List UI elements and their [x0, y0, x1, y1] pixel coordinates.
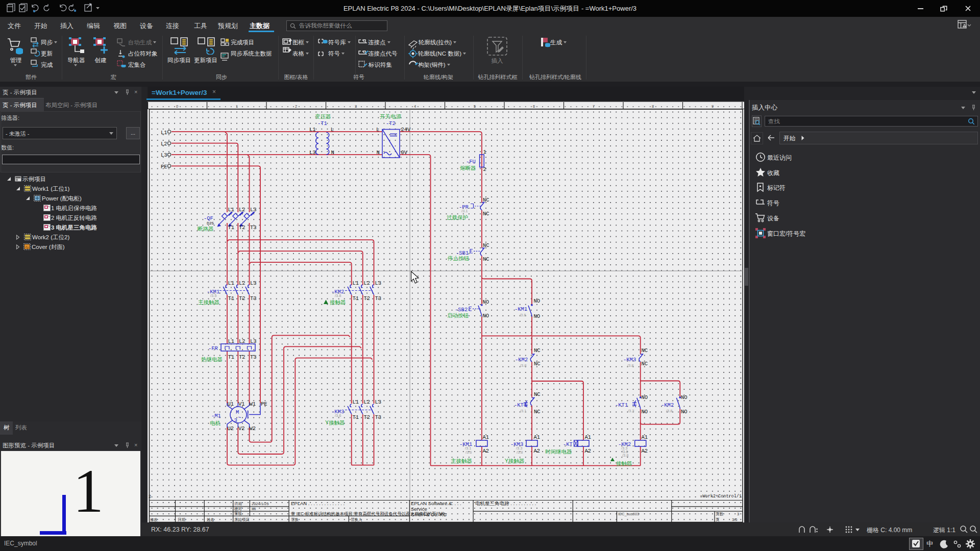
svg-text:NC: NC	[642, 347, 648, 354]
svg-text:NC: NC	[534, 347, 541, 354]
svg-text:NO: NO	[534, 298, 541, 304]
svg-text:A2: A2	[585, 448, 592, 454]
svg-text:电机星三角电路 . . . . . . .: 电机星三角电路 . . . . . . . . . .	[475, 500, 536, 506]
svg-text:原始项目: 原始项目	[234, 517, 250, 522]
svg-text:A2: A2	[534, 448, 541, 454]
svg-text:PE: PE	[261, 401, 267, 407]
svg-text:NO: NO	[483, 313, 489, 319]
svg-text:2024/1/25: 2024/1/25	[252, 502, 268, 506]
svg-text:T2: T2	[364, 295, 371, 302]
svg-text:/3.8: /3.8	[666, 409, 673, 413]
svg-text:开关电源: 开关电源	[380, 113, 402, 119]
svg-text:A1: A1	[483, 434, 489, 440]
svg-text:NC: NC	[483, 256, 489, 262]
svg-text:NO: NO	[681, 394, 688, 400]
svg-text:-KM3: -KM3	[623, 357, 636, 363]
svg-text:~: ~	[238, 415, 241, 421]
svg-text:L3: L3	[375, 399, 382, 405]
svg-text:D25: D25	[207, 221, 214, 226]
svg-text:接触器: 接触器	[330, 299, 346, 305]
svg-text:姓名: 姓名	[207, 517, 214, 522]
svg-text:-KM2: -KM2	[515, 357, 528, 363]
svg-text:3: 3	[234, 417, 237, 423]
svg-text:校对: 校对	[234, 507, 242, 511]
svg-text:T3: T3	[375, 295, 382, 302]
svg-text:Y接触器: Y接触器	[325, 419, 345, 425]
svg-text:-FU: -FU	[466, 159, 476, 165]
svg-text:EPLAN Software.&. . . .: EPLAN Software.&. . . .	[411, 500, 461, 506]
svg-text:热继电器: 热继电器	[201, 356, 223, 362]
svg-text:7: 7	[593, 104, 595, 109]
svg-text:-FR: -FR	[208, 345, 218, 352]
svg-text:Y接触器: Y接触器	[505, 458, 525, 464]
svg-text:V1: V1	[238, 401, 245, 407]
svg-text:A1: A1	[534, 434, 541, 440]
svg-text:/3.8: /3.8	[520, 363, 527, 368]
svg-text:8: 8	[652, 104, 654, 109]
svg-text:NO: NO	[681, 409, 688, 415]
svg-text:L3: L3	[309, 149, 316, 156]
svg-text:T3: T3	[375, 414, 382, 420]
svg-text:T3: T3	[250, 224, 257, 231]
svg-text:-T2: -T2	[386, 120, 396, 127]
svg-text:L3: L3	[250, 207, 257, 213]
svg-text:变压器: 变压器	[315, 113, 331, 119]
svg-text:L2: L2	[364, 280, 371, 286]
svg-text:L: L	[331, 127, 334, 133]
svg-text:L2: L2	[364, 399, 371, 405]
svg-text:T2: T2	[239, 295, 246, 302]
svg-text:U2: U2	[228, 425, 234, 432]
svg-text:时间继电器: 时间继电器	[545, 448, 572, 455]
svg-text:NC: NC	[483, 242, 489, 248]
svg-text:V2: V2	[238, 425, 245, 432]
svg-text:A1: A1	[585, 434, 592, 440]
svg-text:2: 2	[149, 494, 151, 499]
svg-text:-QF: -QF	[204, 215, 213, 221]
svg-text:-M1: -M1	[211, 413, 221, 419]
svg-text:页数: 页数	[716, 512, 724, 516]
svg-text:T3: T3	[250, 354, 257, 360]
svg-text:断路器: 断路器	[198, 226, 214, 232]
svg-text:L2: L2	[161, 141, 167, 147]
svg-text:NC: NC	[534, 361, 541, 367]
svg-text:审核: 审核	[234, 511, 242, 516]
svg-text:MI: MI	[252, 507, 256, 511]
svg-text:T1: T1	[353, 414, 359, 420]
svg-text:GmbH & Co. KG: GmbH & Co. KG	[411, 512, 447, 517]
svg-text:NC: NC	[483, 211, 489, 217]
svg-text:A2: A2	[642, 448, 648, 454]
svg-text:A1: A1	[642, 434, 648, 440]
svg-text:T1: T1	[228, 354, 235, 360]
svg-text:/3.8: /3.8	[520, 313, 526, 317]
svg-text:L1: L1	[353, 280, 359, 286]
svg-text:主接触器: 主接触器	[198, 299, 219, 305]
svg-text:T1: T1	[228, 295, 235, 302]
svg-text:L1: L1	[161, 130, 167, 136]
svg-text:1: 1	[483, 149, 486, 155]
svg-text:L1: L1	[309, 127, 316, 133]
svg-text:/3.6: /3.6	[335, 413, 341, 418]
svg-text:6: 6	[533, 104, 535, 109]
svg-text:/3.1: /3.1	[520, 409, 527, 413]
svg-text:L: L	[376, 127, 379, 133]
svg-text:NO: NO	[534, 313, 541, 319]
svg-text:3/5: 3/5	[732, 517, 737, 522]
svg-text:9: 9	[712, 104, 714, 109]
svg-text:电机: 电机	[210, 420, 221, 426]
svg-text:L3: L3	[250, 338, 257, 344]
svg-text:PE: PE	[161, 164, 167, 170]
svg-text:3: 3	[355, 104, 357, 109]
svg-text:替换: 替换	[291, 517, 299, 522]
svg-text:NO: NO	[483, 299, 489, 305]
svg-text:3: 3	[737, 512, 739, 516]
svg-text:/3.8: /3.8	[335, 293, 341, 298]
svg-text:/3.8: /3.8	[517, 450, 523, 455]
svg-text:W2: W2	[250, 425, 256, 432]
svg-text:-KM1: -KM1	[514, 306, 527, 312]
svg-text:24V: 24V	[401, 127, 411, 133]
svg-text:NC: NC	[534, 391, 541, 397]
svg-text:2: 2	[295, 104, 297, 109]
svg-text:L3: L3	[375, 280, 382, 286]
svg-text:W1: W1	[250, 401, 256, 407]
svg-text:4: 4	[414, 104, 416, 109]
